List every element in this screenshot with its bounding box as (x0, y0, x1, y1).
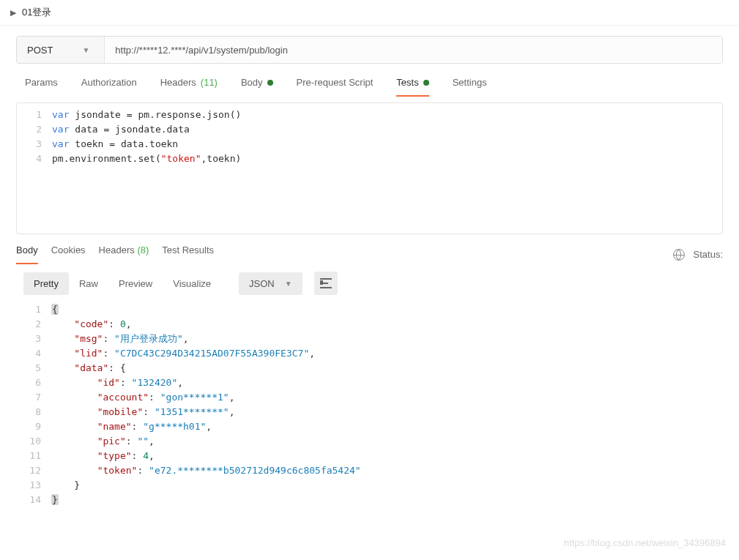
request-tabs: Params Authorization Headers(11) Body Pr… (0, 64, 739, 97)
resp-tab-cookies[interactable]: Cookies (51, 244, 86, 264)
response-tabs: Body Cookies Headers (8) Test Results St… (0, 234, 739, 264)
resp-tab-body[interactable]: Body (16, 244, 38, 264)
body-view-modes: Pretty Raw Preview Visualize JSON ▼ (0, 264, 739, 302)
request-title: 01登录 (22, 6, 51, 19)
expand-icon: ▶ (10, 8, 16, 18)
request-bar: POST ▼ http://*****12.****/api/v1/system… (16, 36, 723, 64)
tab-params[interactable]: Params (25, 77, 58, 97)
tab-body[interactable]: Body (241, 77, 273, 97)
headers-count: (11) (201, 77, 218, 88)
method-select[interactable]: POST ▼ (17, 37, 105, 63)
tab-authorization[interactable]: Authorization (81, 77, 137, 97)
tab-settings[interactable]: Settings (453, 77, 487, 97)
chevron-down-icon: ▼ (82, 46, 89, 54)
chevron-down-icon: ▼ (285, 280, 292, 288)
tab-tests[interactable]: Tests (396, 77, 428, 97)
resp-tab-testresults[interactable]: Test Results (162, 244, 214, 264)
url-input[interactable]: http://*****12.****/api/v1/system/pub/lo… (105, 37, 722, 63)
dot-icon (423, 80, 429, 86)
dot-icon (267, 80, 273, 86)
view-raw[interactable]: Raw (69, 272, 108, 295)
status-label: Status: (694, 249, 723, 260)
view-visualize[interactable]: Visualize (163, 272, 221, 295)
request-name-header[interactable]: ▶ 01登录 (0, 0, 739, 26)
language-select[interactable]: JSON ▼ (239, 272, 302, 295)
tab-headers[interactable]: Headers(11) (160, 77, 218, 97)
resp-headers-count: (8) (137, 244, 149, 255)
view-pretty[interactable]: Pretty (23, 272, 69, 295)
tab-prerequest[interactable]: Pre-request Script (297, 77, 374, 97)
view-preview[interactable]: Preview (108, 272, 163, 295)
url-text: http://*****12.****/api/v1/system/pub/lo… (115, 45, 288, 56)
method-value: POST (27, 45, 53, 56)
wrap-lines-button[interactable] (314, 272, 338, 295)
globe-icon[interactable] (673, 249, 685, 261)
response-body[interactable]: 1{ 2 "code": 0, 3 "msg": "用户登录成功", 4 "li… (23, 302, 723, 507)
resp-tab-headers[interactable]: Headers (8) (99, 244, 149, 264)
wrap-icon (320, 278, 332, 288)
tests-editor[interactable]: 1var jsondate = pm.response.json() 2var … (16, 102, 723, 234)
